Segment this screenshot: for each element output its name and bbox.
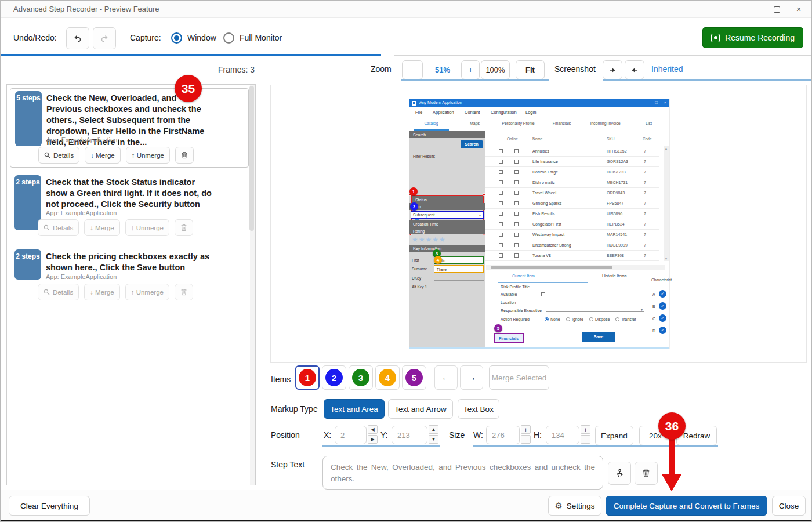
table-header: Name <box>532 137 542 141</box>
screenshot-next-button[interactable] <box>603 60 622 79</box>
text-box-button[interactable]: Text Box <box>458 399 499 419</box>
table-hscrollbar <box>486 265 665 270</box>
h-input[interactable]: 134 <box>546 426 579 444</box>
item-button-5[interactable]: 5 <box>402 365 426 390</box>
y-spinner-up[interactable]: ▲ <box>429 425 438 434</box>
risk-profile-label: Risk Profile Title <box>501 285 530 289</box>
expand-button[interactable]: Expand <box>595 426 633 445</box>
cards-scrollbar-thumb[interactable] <box>249 86 254 231</box>
fit-button[interactable]: Fit <box>516 60 545 79</box>
arrow-right-icon <box>609 68 616 72</box>
unmerge-button[interactable]: ↑ Unmerge <box>125 284 169 300</box>
card-app: App: ExampleApplication <box>46 209 117 216</box>
x-input[interactable]: 2 <box>335 426 367 444</box>
prev-item-button[interactable]: ← <box>434 365 458 390</box>
hscrollbar-thumb <box>491 266 612 269</box>
radio-icon <box>589 317 593 321</box>
details-button[interactable]: Details <box>38 147 79 164</box>
table-row: Westaway ImpactMAR145417 <box>485 230 659 240</box>
field-label: First <box>412 258 419 262</box>
merge-button[interactable]: ↓ Merge <box>84 219 120 236</box>
capture-fullmonitor-radio[interactable] <box>223 32 234 44</box>
maximize-button[interactable] <box>767 3 786 16</box>
delete-step-button[interactable] <box>175 284 193 300</box>
step-card[interactable]: 2 steps Check that the Stock Status indi… <box>10 173 249 245</box>
table-body: AnnuitiesHTHS12527 Life InsuranceGORS12A… <box>485 146 659 261</box>
text-and-arrow-button[interactable]: Text and Arrow <box>388 399 453 419</box>
annotation-badge-36: 36 <box>658 412 686 440</box>
undo-button[interactable] <box>66 27 89 49</box>
item-button-2[interactable]: 2 <box>322 365 346 390</box>
key-information-header: Key Information <box>409 245 485 252</box>
step-card[interactable]: 2 steps Check the pricing checkboxes exa… <box>10 247 249 311</box>
generate-text-button[interactable] <box>608 462 631 485</box>
minimize-button[interactable]: – <box>742 3 760 16</box>
zoom-value: 51% <box>425 60 460 79</box>
step-text-input[interactable]: Check the New, Overloaded, and Previous … <box>322 456 603 490</box>
cards-scrollbar[interactable] <box>250 85 255 485</box>
step-card[interactable]: 5 steps Check the New, Overloaded, and P… <box>10 88 249 168</box>
preview-canvas[interactable]: Any Modern Application – □ × File Applic… <box>270 85 807 363</box>
unmerge-button[interactable]: ↑ Unmerge <box>125 219 169 236</box>
zoom-in-button[interactable]: + <box>461 60 480 79</box>
frames-pane: Frames: 3 5 steps Check the New, Overloa… <box>1 56 264 491</box>
preview-screenshot: Any Modern Application – □ × File Applic… <box>409 99 670 349</box>
position-label: Position <box>271 430 300 440</box>
check-circle-icon: ✓ <box>659 302 666 310</box>
capture-window-label[interactable]: Window <box>187 33 216 42</box>
screenshot-prev-button[interactable] <box>625 60 644 79</box>
save-button: Save <box>582 332 615 342</box>
app-menu-item: Content <box>465 110 480 115</box>
annotation-arrow-shaft <box>669 437 675 475</box>
unmerge-button[interactable]: ↑ Unmerge <box>126 147 170 164</box>
app-tab-row: Catalog Maps Personality Profile Financi… <box>409 117 669 131</box>
item-button-3[interactable]: 3 <box>349 365 373 390</box>
capture-fullmonitor-label[interactable]: Full Monitor <box>240 33 282 42</box>
item-button-1[interactable]: 1 <box>295 365 320 390</box>
delete-step-button[interactable] <box>175 219 193 236</box>
app-minimize-icon: – <box>646 100 648 105</box>
zoom-out-button[interactable]: − <box>402 60 423 79</box>
complete-capture-button[interactable]: Complete Capture and Convert to Frames <box>606 496 767 516</box>
zoom-100-button[interactable]: 100% <box>481 60 510 79</box>
redo-button[interactable] <box>93 27 116 49</box>
inherited-link[interactable]: Inherited <box>651 64 683 74</box>
card-app: App: ExampleApplication <box>46 273 117 280</box>
text-and-area-button[interactable]: Text and Area <box>324 399 385 419</box>
screenshot-group-underline <box>603 79 811 81</box>
close-dialog-button[interactable]: Close <box>772 496 806 516</box>
characteristic-label: B <box>652 304 655 309</box>
h-spinner-plus[interactable]: + <box>581 425 590 434</box>
delete-step-button[interactable] <box>175 147 194 164</box>
merge-button[interactable]: ↓ Merge <box>85 147 121 164</box>
step-count-badge: 5 steps <box>15 91 42 146</box>
details-button[interactable]: Details <box>38 219 79 236</box>
y-input[interactable]: 213 <box>392 426 427 444</box>
clear-everything-button[interactable]: Clear Everything <box>9 496 90 516</box>
app-detail-panel: Current Item Historic Items Characterist… <box>485 273 670 347</box>
app-menu-item: File <box>415 110 422 115</box>
table-row: Life InsuranceGORS12A37 <box>485 157 659 167</box>
characteristic-label: A <box>652 292 655 296</box>
x-spinner-right[interactable]: ▶ <box>368 435 378 444</box>
w-spinner-minus[interactable]: − <box>521 435 531 444</box>
settings-button[interactable]: ⚙ Settings <box>548 496 601 516</box>
y-spinner-down[interactable]: ▼ <box>429 435 438 444</box>
check-circle-icon: ✓ <box>659 290 666 298</box>
merge-button[interactable]: ↓ Merge <box>84 284 120 300</box>
w-spinner-plus[interactable]: + <box>521 425 531 434</box>
item-button-4[interactable]: 4 <box>375 365 400 390</box>
w-input[interactable]: 276 <box>486 426 520 444</box>
table-header: Code <box>643 137 652 141</box>
resume-recording-button[interactable]: Resume Recording <box>702 27 803 48</box>
capture-window-radio[interactable] <box>171 32 182 44</box>
x-spinner-left[interactable]: ◀ <box>368 425 378 434</box>
next-item-button[interactable]: → <box>460 365 483 390</box>
app-menu-item: Application <box>433 110 454 115</box>
details-button[interactable]: Details <box>38 284 79 300</box>
screenshot-label: Screenshot <box>554 64 596 74</box>
h-spinner-minus[interactable]: − <box>581 435 590 444</box>
delete-text-button[interactable] <box>635 462 658 485</box>
close-button[interactable]: × <box>789 3 808 16</box>
merge-selected-button[interactable]: Merge Selected <box>489 365 549 390</box>
